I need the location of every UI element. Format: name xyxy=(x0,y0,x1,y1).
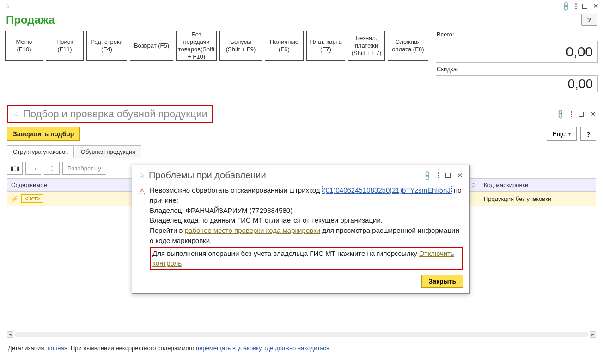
scroll-left-icon[interactable]: ◄ xyxy=(7,331,13,338)
return-button[interactable]: Возврат (F5) xyxy=(130,31,173,61)
main-titlebar: ☆ 🔗 ✕ xyxy=(0,0,603,12)
popup-kebab-icon[interactable] xyxy=(438,172,439,178)
maximize-icon[interactable] xyxy=(582,4,587,9)
move-to-package-link[interactable]: перемещать в упаковку, где должно находи… xyxy=(196,345,331,352)
footer-text: Детализация: полная. При выявлении некор… xyxy=(8,345,331,352)
page-title: Продажа xyxy=(6,13,55,26)
scroll-right-icon[interactable]: ► xyxy=(590,331,596,338)
popup-maximize-icon[interactable] xyxy=(445,173,451,178)
sub-kebab-icon[interactable] xyxy=(571,111,572,117)
terminal-icon: ▯ xyxy=(50,165,54,172)
popup-title: Проблемы при добавлении xyxy=(149,170,266,181)
terminal-tool-button[interactable]: ▯ xyxy=(44,162,60,175)
barcode-link[interactable]: (01)04062451083250(21)bTYzsmEhIi5nJ xyxy=(322,186,452,194)
cash-button[interactable]: Наличные (F6) xyxy=(265,31,304,61)
card-tool-button[interactable]: ▭ xyxy=(25,162,41,175)
h-scrollbar[interactable]: ◄ ► xyxy=(7,331,596,338)
popup-message: Невозможно обработать отсканированный шт… xyxy=(150,185,463,270)
chevron-down-icon: ▾ xyxy=(568,132,571,137)
disassemble-button[interactable]: Разобрать у xyxy=(62,162,106,175)
tab-structure[interactable]: Структура упаковок xyxy=(7,145,74,158)
card-button[interactable]: Плат. карта (F7) xyxy=(306,31,345,61)
mark-badge-icon: ⚡ xyxy=(11,195,19,202)
help-small-button[interactable]: ? xyxy=(580,127,596,141)
card-icon: ▭ xyxy=(30,165,36,172)
close-icon[interactable]: ✕ xyxy=(593,2,599,10)
check-workplace-link[interactable]: рабочее место проверки кода маркировки xyxy=(185,226,320,234)
complex-pay-button[interactable]: Сложная оплата (F8) xyxy=(388,31,428,61)
barcode-tool-button[interactable]: ▮▯▮ xyxy=(7,162,23,175)
bonus-button[interactable]: Бонусы (Shift + F9) xyxy=(219,31,262,61)
detail-link[interactable]: полная xyxy=(48,345,67,352)
popup-star-icon[interactable]: ☆ xyxy=(139,171,145,180)
discount-label: Скидка: xyxy=(436,66,598,73)
menu-button[interactable]: Меню (F10) xyxy=(5,31,43,61)
sub-maximize-icon[interactable] xyxy=(579,112,584,117)
finish-selection-button[interactable]: Завершить подбор xyxy=(7,127,80,141)
sub-window-title: Подбор и проверка обувной продукции xyxy=(23,108,207,120)
right-row[interactable]: Продукция без упаковки xyxy=(480,192,596,206)
sub-link-icon[interactable]: 🔗 xyxy=(555,109,566,119)
popup-close-icon[interactable]: ✕ xyxy=(457,171,463,180)
highlighted-instruction: Для выполнения операции без учета владел… xyxy=(150,247,463,271)
more-button[interactable]: Еще▾ xyxy=(547,127,577,141)
sub-close-icon[interactable]: ✕ xyxy=(590,110,596,118)
total-label: Всего: xyxy=(436,31,598,38)
no-transfer-button[interactable]: Без передачи товаров(Shift + F10) xyxy=(176,31,217,61)
problems-popup: ☆ Проблемы при добавлении 🔗 ✕ ⚠ Невозмож… xyxy=(132,165,470,294)
help-button[interactable]: ? xyxy=(581,14,597,26)
tab-bar: Структура упаковок Обувная продукция xyxy=(7,145,596,158)
discount-value: 0,00 xyxy=(436,75,598,92)
edit-row-button[interactable]: Ред. строки (F4) xyxy=(86,31,127,61)
sub-favorite-star-icon[interactable]: ☆ xyxy=(13,110,19,119)
row-tag: <нет> xyxy=(21,194,43,203)
search-button[interactable]: Поиск (F11) xyxy=(46,31,84,61)
sub-title-highlight: ☆ Подбор и проверка обувной продукции xyxy=(7,105,213,123)
barcode-icon: ▮▯▮ xyxy=(10,165,20,172)
tab-shoe-products[interactable]: Обувная продукция xyxy=(75,145,141,158)
action-button-row: Меню (F10) Поиск (F11) Ред. строки (F4) … xyxy=(0,31,603,92)
favorite-star-icon[interactable]: ☆ xyxy=(4,2,11,11)
noncash-button[interactable]: Безнал. платежи (Shift + F7) xyxy=(348,31,385,61)
kebab-menu-icon[interactable] xyxy=(575,3,577,9)
col-header-mark-code: Код маркировки xyxy=(480,179,596,192)
popup-link-icon[interactable]: 🔗 xyxy=(422,170,432,181)
link-icon[interactable]: 🔗 xyxy=(560,0,571,11)
warning-icon: ⚠ xyxy=(139,186,145,270)
popup-close-button[interactable]: Закрыть xyxy=(421,275,463,288)
total-value: 0,00 xyxy=(436,41,598,63)
